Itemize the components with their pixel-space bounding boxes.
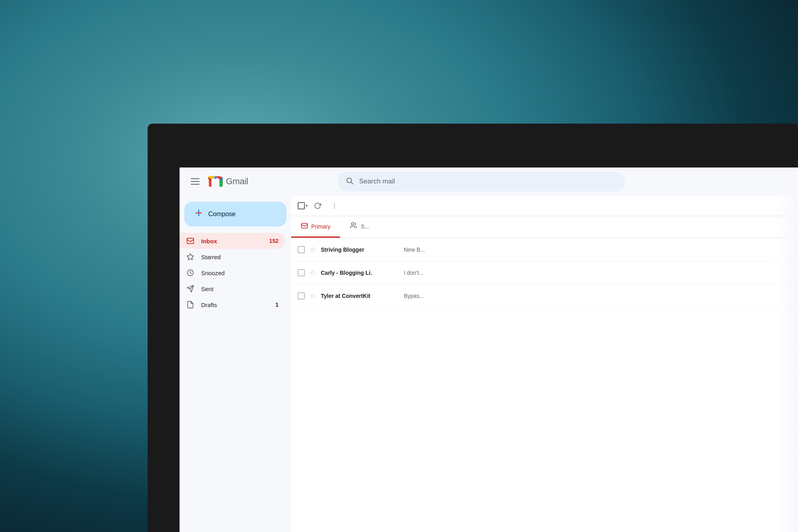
tab-primary[interactable]: Primary xyxy=(291,217,340,238)
email-sender: Tyler at ConvertKit xyxy=(321,293,401,299)
sent-label: Sent xyxy=(201,286,279,292)
tab-social[interactable]: S... xyxy=(340,216,379,238)
app-header: Gmail Search mail xyxy=(180,167,798,195)
snoozed-icon xyxy=(186,268,195,277)
email-toolbar: ▾ xyxy=(291,195,798,216)
email-preview: New B... xyxy=(404,246,792,253)
email-sender: Carly - Blogging Li. xyxy=(321,270,401,276)
search-icon xyxy=(346,177,354,187)
email-checkbox[interactable] xyxy=(298,292,305,299)
snoozed-label: Snoozed xyxy=(201,270,279,276)
more-options-button[interactable] xyxy=(328,199,341,213)
social-tab-label: S... xyxy=(361,223,369,230)
sidebar-item-snoozed[interactable]: Snoozed xyxy=(180,265,285,281)
email-list: ☆ Striving Blogger New B... ☆ Carly - Bl… xyxy=(291,238,798,532)
hamburger-menu-button[interactable] xyxy=(188,175,203,188)
email-preview: Bypas... xyxy=(404,293,792,299)
social-tab-icon xyxy=(350,222,358,231)
sidebar-item-starred[interactable]: Starred xyxy=(180,249,285,265)
select-all-dropdown[interactable]: ▾ xyxy=(298,202,308,209)
star-button[interactable]: ☆ xyxy=(310,268,316,277)
gmail-screen: Gmail Search mail xyxy=(180,167,798,532)
svg-rect-12 xyxy=(302,223,308,228)
star-button[interactable]: ☆ xyxy=(310,292,316,300)
sidebar-item-inbox[interactable]: Inbox 152 xyxy=(180,233,285,249)
svg-rect-4 xyxy=(187,238,194,243)
category-tabs: Primary S... xyxy=(291,216,798,238)
gmail-logo: Gmail xyxy=(207,173,248,189)
email-row[interactable]: ☆ Carly - Blogging Li. I don't... xyxy=(291,261,798,284)
email-area: ▾ xyxy=(291,195,798,532)
main-content: Compose Inbox 152 xyxy=(180,195,798,532)
svg-line-1 xyxy=(351,182,353,184)
dropdown-arrow-icon[interactable]: ▾ xyxy=(306,203,308,208)
inbox-count: 152 xyxy=(269,238,279,244)
search-bar[interactable]: Search mail xyxy=(338,171,625,191)
email-row[interactable]: ☆ Striving Blogger New B... xyxy=(291,238,798,261)
sidebar-item-drafts[interactable]: Drafts 1 xyxy=(180,297,285,313)
sent-icon xyxy=(186,284,195,293)
sidebar: Compose Inbox 152 xyxy=(180,195,291,532)
search-placeholder: Search mail xyxy=(359,177,395,185)
drafts-label: Drafts xyxy=(201,301,269,308)
inbox-icon xyxy=(186,236,195,245)
starred-label: Starred xyxy=(201,254,279,260)
compose-button[interactable]: Compose xyxy=(184,202,286,227)
refresh-button[interactable] xyxy=(311,199,324,213)
svg-point-10 xyxy=(334,205,335,206)
gmail-m-icon xyxy=(207,173,223,189)
inbox-label: Inbox xyxy=(201,238,263,244)
svg-point-9 xyxy=(334,203,335,204)
email-checkbox[interactable] xyxy=(298,246,305,253)
primary-tab-label: Primary xyxy=(311,223,330,230)
header-left: Gmail xyxy=(188,173,331,189)
star-button[interactable]: ☆ xyxy=(310,245,316,254)
select-all-checkbox[interactable] xyxy=(298,202,305,209)
primary-tab-icon xyxy=(301,222,308,231)
email-checkbox[interactable] xyxy=(298,269,305,276)
compose-label: Compose xyxy=(208,211,235,218)
drafts-count: 1 xyxy=(275,301,279,308)
star-icon xyxy=(186,252,195,261)
svg-marker-5 xyxy=(187,254,194,260)
email-sender: Striving Blogger xyxy=(321,246,401,253)
email-row[interactable]: ☆ Tyler at ConvertKit Bypas... xyxy=(291,284,798,307)
sidebar-item-sent[interactable]: Sent xyxy=(180,281,285,297)
drafts-icon xyxy=(186,300,195,309)
compose-icon xyxy=(194,208,203,220)
svg-point-13 xyxy=(352,223,354,225)
svg-point-11 xyxy=(334,207,335,208)
app-title: Gmail xyxy=(226,176,248,187)
email-preview: I don't... xyxy=(404,270,792,276)
